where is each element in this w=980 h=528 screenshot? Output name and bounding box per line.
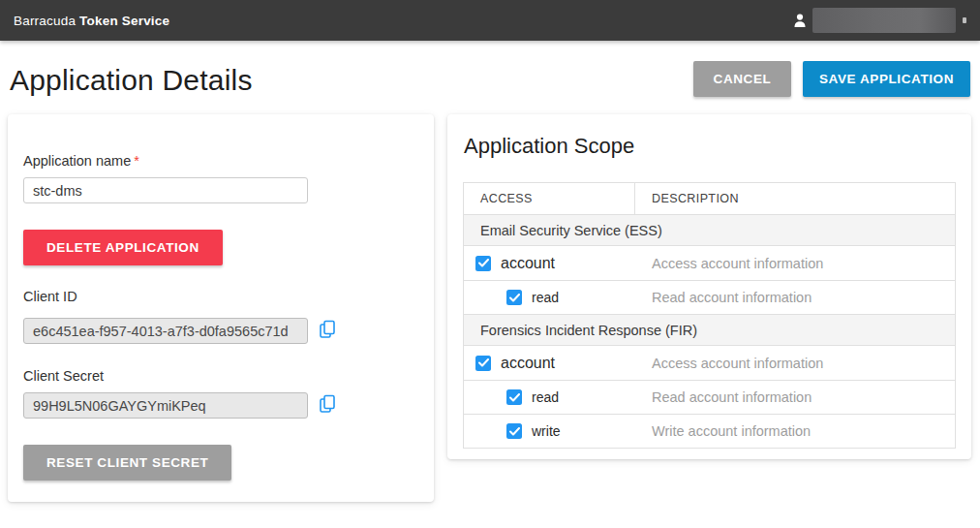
reset-client-secret-button[interactable]: RESET CLIENT SECRET [23,445,231,481]
brand-logo: BarracudaToken Service [14,14,169,28]
topbar: BarracudaToken Service [0,0,980,41]
access-label: write [532,423,561,439]
access-cell: read [464,389,635,405]
access-cell: account [464,255,635,272]
save-application-button[interactable]: SAVE APPLICATION [803,61,970,97]
section-row-fir: Forensics Incident Response (FIR) [464,314,955,345]
person-icon [792,13,808,28]
checkbox-checked[interactable] [506,290,522,305]
redacted-username [812,8,956,33]
required-asterisk: * [134,153,139,169]
access-label: read [532,290,559,305]
client-secret-label: Client Secret [23,368,104,384]
access-label: account [501,255,555,272]
description-text: Access account information [635,356,955,371]
copy-icon [319,320,336,339]
checkbox-checked[interactable] [506,423,522,439]
scope-row-fir-read: read Read account information [464,380,955,414]
dropdown-caret-icon [963,17,966,23]
delete-application-button[interactable]: DELETE APPLICATION [23,230,223,265]
user-menu[interactable] [792,8,966,33]
cancel-button[interactable]: CANCEL [693,61,791,97]
description-text: Access account information [635,256,955,271]
access-label: read [532,389,559,405]
application-details-card: Application name* DELETE APPLICATION Cli… [8,114,434,502]
description-text: Read account information [635,389,955,405]
access-cell: write [464,423,635,439]
scope-row-ess-read: read Read account information [464,280,955,314]
description-text: Write account information [635,423,955,439]
brand-name: Barracuda [14,14,76,28]
page-title: Application Details [10,64,253,97]
access-label: account [501,355,555,372]
client-secret-field[interactable] [23,392,308,419]
access-cell: account [464,355,635,372]
copy-icon [319,394,336,414]
product-name: Token Service [79,14,169,28]
column-header-description: DESCRIPTION [635,192,955,205]
checkbox-checked[interactable] [475,256,491,271]
checkbox-checked[interactable] [506,389,522,405]
section-row-ess: Email Security Service (ESS) [464,214,955,245]
scope-row-fir-write: write Write account information [464,414,955,448]
checkbox-checked[interactable] [475,356,491,371]
access-cell: read [464,290,635,305]
application-scope-card: Application Scope ACCESS DESCRIPTION Ema… [447,114,971,459]
client-id-field[interactable] [23,318,308,344]
description-text: Read account information [635,290,955,305]
application-name-input[interactable] [23,177,308,203]
scope-title: Application Scope [464,134,634,159]
copy-client-secret-button[interactable] [318,394,337,416]
application-name-label: Application name* [23,153,139,169]
copy-client-id-button[interactable] [318,320,337,341]
scope-table-header: ACCESS DESCRIPTION [464,183,955,214]
column-header-access: ACCESS [464,183,635,214]
scope-table: ACCESS DESCRIPTION Email Security Servic… [463,182,956,449]
client-id-label: Client ID [23,289,77,304]
scope-row-fir-account: account Access account information [464,345,955,380]
scope-row-ess-account: account Access account information [464,245,955,280]
page-header: Application Details CANCEL SAVE APPLICAT… [0,41,980,114]
